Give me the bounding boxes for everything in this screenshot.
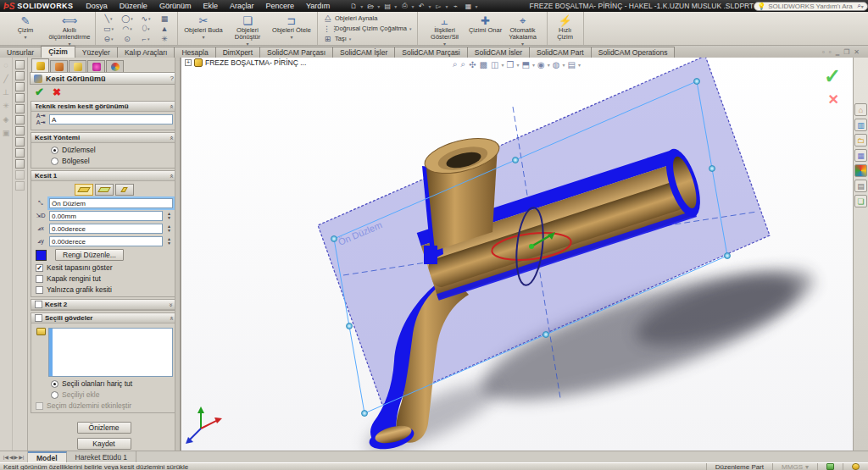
mirror-entities-button[interactable]: ⧋ Objeleri Aynala — [321, 14, 414, 23]
spline-tool-icon[interactable]: ∿▾ — [136, 14, 155, 24]
undo-icon[interactable]: ↶ — [415, 2, 427, 11]
doc-restore-icon[interactable]: ❐ — [843, 48, 849, 56]
radio-exclude-selected[interactable] — [51, 380, 58, 388]
zoom-area-icon[interactable]: ⌕ — [460, 59, 467, 69]
menu-duzenle[interactable]: Düzenle — [114, 2, 153, 10]
plane-icon[interactable]: ◈ — [3, 115, 9, 124]
tab-solidcam-part[interactable]: SolidCAM Part — [529, 47, 592, 58]
sphere-view-2-icon[interactable] — [15, 181, 25, 191]
doc-tile-icon[interactable]: ▫ — [829, 48, 832, 56]
previous-view-icon[interactable]: ▩ — [479, 60, 488, 69]
graphics-viewport[interactable]: + FREZE BOŞALTMA- PİRİNÇ ... ⌕ ⌕ ✣ ▩ ◫▾ … — [181, 58, 853, 451]
view-cube-left-icon[interactable] — [15, 82, 25, 91]
tab-solidcam-isler[interactable]: SolidCAM İşler — [332, 47, 395, 58]
confirm-cancel-icon[interactable]: ✕ — [824, 91, 839, 108]
scene-icon[interactable]: ▤ — [566, 60, 576, 69]
view-cube-right-icon[interactable] — [15, 93, 25, 102]
zoom-fit-icon[interactable]: ⌕ — [452, 59, 459, 69]
tab-yuzeyler[interactable]: Yüzeyler — [75, 47, 118, 58]
handle-bottom-right[interactable] — [725, 253, 731, 259]
tab-hesapla[interactable]: Hesapla — [174, 47, 215, 58]
tab-unsurlar[interactable]: Unsurlar — [0, 47, 42, 58]
display-style-icon[interactable]: ⬒ — [521, 60, 531, 69]
front-plane-button[interactable] — [75, 184, 93, 196]
polygon-tool-icon[interactable]: ▲ — [155, 24, 174, 34]
part-icon[interactable]: ▣ — [3, 129, 10, 137]
view-cube-top-icon[interactable] — [15, 104, 25, 113]
expand-tree-icon[interactable]: + — [185, 59, 192, 66]
view-cube-iso-icon[interactable] — [15, 126, 25, 135]
tab-solidcam-parcasi[interactable]: SolidCAM Parçası — [259, 47, 333, 58]
select-icon[interactable]: ▻ — [432, 2, 444, 11]
convert-entities-button[interactable]: ❏ Objeleri Dönüştür▾ — [225, 14, 270, 47]
tab-dimxpert[interactable]: DimXpert — [215, 47, 260, 58]
next-sheet-icon[interactable]: ▶ — [14, 454, 19, 460]
right-plane-button[interactable] — [115, 184, 134, 196]
sheet-nav-buttons[interactable]: |◀ ◀ ▶ ▶| — [0, 451, 28, 462]
tab-property-manager[interactable] — [31, 58, 49, 72]
tab-cizim[interactable]: Çizim — [41, 46, 75, 58]
reference-picker-icon[interactable]: ⤡ — [35, 198, 47, 208]
linear-pattern-button[interactable]: ⋮⋮ Doğrusal Çizim Çoğaltma▾ — [321, 24, 414, 33]
show-cap-checkbox[interactable] — [36, 264, 43, 272]
open-file-icon[interactable]: 🗁 — [364, 2, 376, 11]
view-palette-icon[interactable]: ▦ — [854, 149, 867, 162]
view-orientation-icon[interactable]: ❒ — [506, 60, 515, 69]
prev-sheet-icon[interactable]: ◀ — [9, 454, 14, 460]
panel-scrollbar[interactable] — [175, 58, 180, 451]
tab-motion-study[interactable]: Hareket Etüdü 1 — [67, 451, 136, 462]
options-icon[interactable]: ▦ — [462, 2, 474, 11]
custom-properties-icon[interactable]: ▤ — [854, 180, 867, 192]
menu-araclar[interactable]: Araçlar — [224, 2, 260, 10]
save-section-button[interactable]: Kaydet — [77, 438, 131, 450]
radio-zonal[interactable] — [51, 158, 58, 165]
graphics-only-checkbox[interactable] — [36, 286, 43, 294]
menu-ekle[interactable]: Ekle — [197, 2, 224, 10]
group-selected-bodies-header[interactable]: Seçili gövdeler« — [31, 313, 176, 323]
menu-pencere[interactable]: Pencere — [259, 2, 300, 10]
tab-feature-manager[interactable] — [50, 60, 68, 72]
doc-cascade-icon[interactable]: ▫ — [822, 48, 825, 56]
tab-configuration-manager[interactable] — [69, 60, 86, 72]
quick-tip-indicator[interactable] — [843, 463, 868, 470]
section-label-input[interactable]: A — [49, 114, 173, 124]
offset-distance-input[interactable]: 0.00mm — [49, 211, 163, 221]
sphere-view-icon[interactable] — [15, 170, 25, 180]
save-icon[interactable]: ▤ — [381, 2, 393, 11]
manipulator-center[interactable] — [529, 244, 534, 249]
feature-tree-flyout[interactable]: + FREZE BOŞALTMA- PİRİNÇ ... — [185, 58, 306, 67]
resources-home-icon[interactable]: ⌂ — [854, 103, 867, 116]
handle-bottom-mid[interactable] — [543, 332, 549, 338]
trim-entities-button[interactable]: ✂ Objeleri Buda▾ — [181, 14, 225, 40]
smart-dimension-button[interactable]: ⟺ Akıllı ölçümlendirme▾ — [47, 14, 92, 47]
view-cube-front-icon[interactable] — [15, 60, 25, 69]
preview-button[interactable]: Önizleme — [77, 422, 131, 434]
group-method-header[interactable]: Kesit Yöntemi« — [31, 133, 176, 143]
radio-planar[interactable] — [51, 147, 58, 154]
first-sheet-icon[interactable]: |◀ — [3, 454, 8, 460]
sheet-view-icon[interactable] — [15, 137, 25, 147]
axis-icon[interactable]: ⊥ — [3, 88, 9, 97]
hide-show-items-icon[interactable]: ◉ — [537, 60, 546, 69]
group-drawing-section-header[interactable]: Teknik resim kesit görünümü« — [31, 102, 176, 112]
new-file-icon[interactable]: 🗋 — [348, 2, 359, 11]
cancel-button[interactable]: ✖ — [53, 86, 61, 98]
fillet-tool-icon[interactable]: ⌐▾ — [136, 34, 155, 44]
handle-top-right[interactable] — [694, 79, 700, 85]
offset-spinner[interactable]: ▲▼ — [165, 211, 173, 221]
file-explorer-icon[interactable]: 🗀 — [854, 134, 867, 147]
view-cube-bottom-icon[interactable] — [15, 115, 25, 124]
section-color-swatch[interactable] — [36, 250, 47, 261]
hide-sketch-icon[interactable]: ◌ — [3, 61, 8, 69]
tag-indicator[interactable] — [817, 463, 843, 470]
top-plane-button[interactable] — [95, 184, 114, 196]
help-search-box[interactable]: 💡 ⌕ ▾ — [754, 2, 867, 11]
slot-tool-icon[interactable]: ⊖▾ — [99, 34, 118, 44]
appearances-icon[interactable]: ◍ — [552, 60, 561, 69]
quick-snaps-button[interactable]: ⌖ Otomatik Yakalama▾ — [503, 14, 543, 47]
repair-sketch-button[interactable]: ✚ Çizimi Onar — [469, 14, 503, 34]
doc-minimize-icon[interactable]: ‗ — [836, 48, 839, 56]
selected-bodies-list[interactable] — [48, 328, 173, 377]
tab-appearances[interactable] — [106, 60, 124, 72]
section-view-hud-icon[interactable]: ◫ — [490, 60, 499, 69]
